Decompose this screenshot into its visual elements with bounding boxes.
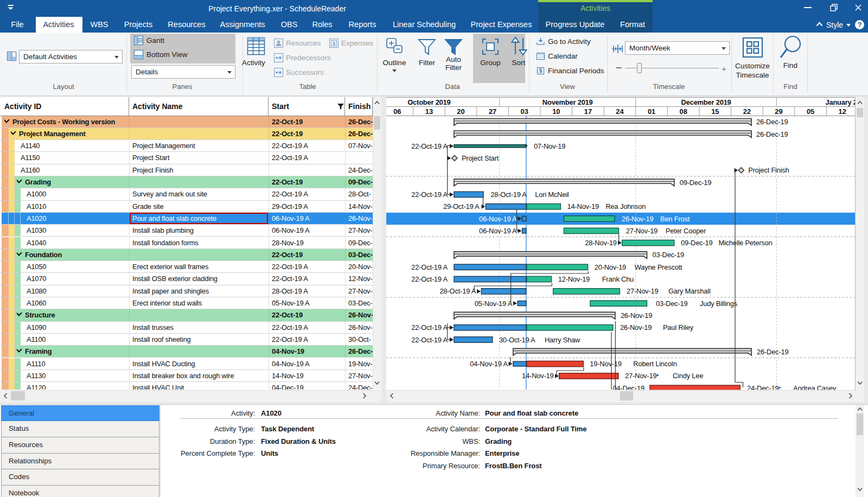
svg-text:12: 12 bbox=[839, 107, 846, 116]
svg-text:14-Nov-19: 14-Nov-19 bbox=[567, 202, 599, 211]
svg-text:22-Oct-19 A: 22-Oct-19 A bbox=[411, 275, 448, 283]
svg-text:Wayne Prescott: Wayne Prescott bbox=[635, 263, 682, 271]
svg-text:06-Nov-19 A: 06-Nov-19 A bbox=[479, 215, 517, 223]
svg-text:20-Nov-19: 20-Nov-19 bbox=[595, 263, 626, 271]
svg-text:Lori McNeil: Lori McNeil bbox=[535, 190, 569, 199]
svg-text:Ben Frost: Ben Frost bbox=[660, 215, 690, 223]
svg-text:29-Oct-19 A: 29-Oct-19 A bbox=[443, 202, 480, 211]
svg-text:26-Dec-19: 26-Dec-19 bbox=[756, 130, 788, 138]
svg-text:15: 15 bbox=[711, 107, 719, 116]
svg-text:27-Nov-19: 27-Nov-19 bbox=[626, 227, 658, 235]
svg-text:26-Nov-19: 26-Nov-19 bbox=[620, 323, 652, 332]
svg-text:22-Oct-19 A: 22-Oct-19 A bbox=[411, 142, 448, 150]
svg-text:03: 03 bbox=[521, 107, 528, 116]
svg-text:January 2020: January 2020 bbox=[825, 98, 856, 106]
svg-text:06: 06 bbox=[393, 107, 401, 116]
svg-text:Rea Johnson: Rea Johnson bbox=[606, 202, 646, 211]
svg-text:27-Nov-19: 27-Nov-19 bbox=[627, 287, 658, 295]
svg-text:06-Nov-19 A: 06-Nov-19 A bbox=[479, 227, 517, 235]
svg-text:26-Nov-19: 26-Nov-19 bbox=[622, 215, 653, 223]
svg-text:30-Oct-19 A: 30-Oct-19 A bbox=[499, 336, 535, 344]
svg-text:03-Dec-19: 03-Dec-19 bbox=[656, 300, 687, 308]
svg-text:22-Oct-19 A: 22-Oct-19 A bbox=[411, 336, 448, 344]
svg-text:29: 29 bbox=[775, 107, 782, 116]
svg-text:20: 20 bbox=[457, 107, 464, 116]
svg-text:04-Nov-19 A: 04-Nov-19 A bbox=[470, 360, 508, 368]
svg-text:17: 17 bbox=[584, 107, 592, 116]
svg-text:01: 01 bbox=[648, 107, 655, 116]
svg-text:$: $ bbox=[539, 68, 542, 74]
svg-text:27: 27 bbox=[489, 107, 496, 116]
svg-text:Judy Billings: Judy Billings bbox=[700, 300, 737, 308]
svg-text:Gary Marshall: Gary Marshall bbox=[668, 287, 711, 295]
svg-text:26-Dec-19: 26-Dec-19 bbox=[756, 118, 788, 126]
svg-text:October 2019: October 2019 bbox=[407, 98, 450, 106]
svg-text:Harry Shaw: Harry Shaw bbox=[545, 336, 580, 344]
svg-text:03-Dec-19: 03-Dec-19 bbox=[653, 251, 684, 259]
svg-text:26-Dec-19: 26-Dec-19 bbox=[757, 348, 788, 356]
svg-text:$: $ bbox=[333, 41, 335, 46]
svg-text:10: 10 bbox=[552, 107, 560, 116]
svg-text:14-Nov-19: 14-Nov-19 bbox=[522, 372, 553, 380]
svg-text:13: 13 bbox=[425, 107, 433, 116]
svg-text:22-Oct-19 A: 22-Oct-19 A bbox=[411, 190, 448, 199]
svg-text:28-Oct-19 A: 28-Oct-19 A bbox=[490, 190, 527, 199]
svg-text:Cindy Lee: Cindy Lee bbox=[673, 372, 703, 380]
svg-text:22: 22 bbox=[743, 107, 751, 116]
svg-text:09-Dec-19: 09-Dec-19 bbox=[680, 179, 711, 187]
svg-text:09-Dec-19: 09-Dec-19 bbox=[681, 239, 712, 247]
svg-text:05-Nov-19 A: 05-Nov-19 A bbox=[475, 300, 513, 308]
svg-text:12-Nov-19: 12-Nov-19 bbox=[558, 275, 590, 283]
svg-text:Frank Chu: Frank Chu bbox=[602, 275, 634, 283]
svg-text:07-Nov-19: 07-Nov-19 bbox=[534, 142, 565, 150]
svg-text:Michelle Peterson: Michelle Peterson bbox=[718, 239, 772, 247]
svg-text:22-Oct-19 A: 22-Oct-19 A bbox=[411, 263, 448, 271]
svg-text:November 2019: November 2019 bbox=[542, 98, 593, 106]
svg-text:27-Nov-19•: 27-Nov-19• bbox=[625, 372, 659, 380]
svg-text:28-Nov-19: 28-Nov-19 bbox=[585, 239, 616, 247]
svg-text:22-Oct-19 A: 22-Oct-19 A bbox=[411, 323, 448, 332]
svg-text:28-Oct-19 A: 28-Oct-19 A bbox=[440, 287, 476, 295]
svg-text:Robert Lincoln: Robert Lincoln bbox=[633, 360, 676, 368]
svg-text:Paul Riley: Paul Riley bbox=[663, 323, 694, 332]
svg-text:26-Nov-19: 26-Nov-19 bbox=[621, 311, 652, 320]
svg-text:24: 24 bbox=[616, 107, 624, 116]
svg-text:Peter Cooper: Peter Cooper bbox=[666, 227, 706, 235]
svg-text:08: 08 bbox=[680, 107, 687, 116]
svg-text:05: 05 bbox=[807, 107, 814, 116]
svg-text:19-Nov-19: 19-Nov-19 bbox=[590, 360, 621, 368]
svg-text:December 2019: December 2019 bbox=[681, 98, 731, 106]
svg-text:Project Finish: Project Finish bbox=[748, 166, 789, 174]
svg-text:Project Start: Project Start bbox=[462, 154, 499, 162]
